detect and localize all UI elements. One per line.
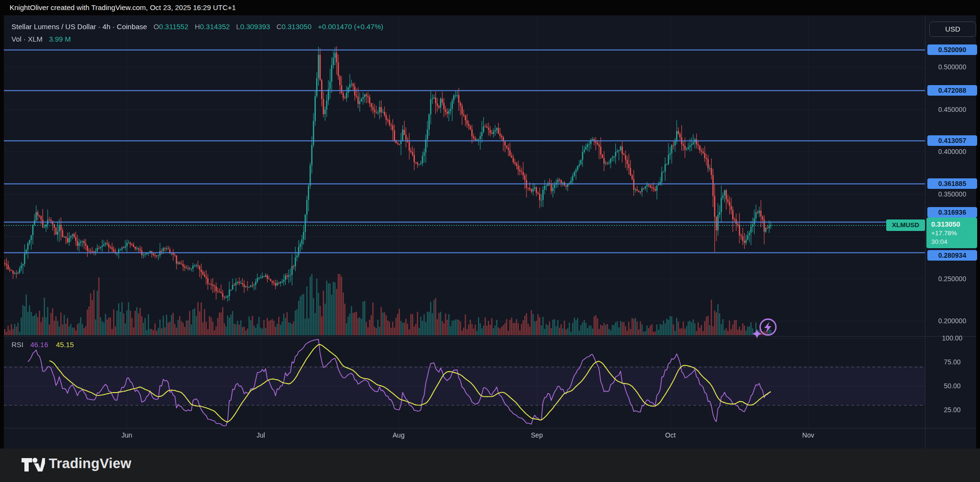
rsi-tick-label: 50.00 xyxy=(927,382,977,390)
time-axis-month-label: Oct xyxy=(660,431,681,439)
rsi-label: RSI xyxy=(11,340,23,349)
current-price: 0.313050 xyxy=(931,219,977,229)
time-axis-month-label: Jun xyxy=(116,431,137,439)
current-price-label: 0.313050 +17.78% 30:04 xyxy=(926,218,977,248)
alert-level-label: 0.280934 xyxy=(927,250,977,261)
currency-toggle-button[interactable]: USD xyxy=(929,22,976,37)
tradingview-logo-icon[interactable] xyxy=(21,456,45,475)
attribution-bar: KnightOliver created with TradingView.co… xyxy=(0,0,980,15)
high-value: 0.314352 xyxy=(200,22,230,31)
price-tick-label: 0.350000 xyxy=(927,190,977,198)
rsi-value: 46.16 xyxy=(30,340,48,349)
time-axis-month-label: Jul xyxy=(250,431,271,439)
symbol-title: Stellar Lumens / US Dollar · 4h · Coinba… xyxy=(11,22,147,31)
rsi-legend[interactable]: RSI 46.16 45.15 xyxy=(11,340,74,349)
price-tick-label: 0.200000 xyxy=(927,317,977,325)
volume-legend[interactable]: Vol · XLM 3.99 M xyxy=(11,35,71,43)
close-value: 0.313050 xyxy=(281,22,312,31)
alert-level-label: 0.520090 xyxy=(927,44,977,55)
time-axis-month-label: Sep xyxy=(526,431,547,439)
rsi-tick-label: 25.00 xyxy=(927,405,977,414)
change-value: +0.001470 (+0.47%) xyxy=(318,22,383,31)
alert-level-label: 0.472088 xyxy=(927,85,977,96)
close-label: C xyxy=(277,22,282,31)
low-value: 0.309393 xyxy=(240,22,270,31)
flash-boost-icon[interactable] xyxy=(750,313,785,342)
price-tick-label: 0.250000 xyxy=(927,274,977,283)
chart-canvas[interactable] xyxy=(0,0,980,482)
volume-label: Vol · XLM xyxy=(11,35,43,43)
open-label: O xyxy=(154,22,159,31)
alert-level-label: 0.316936 xyxy=(927,207,977,218)
volume-value: 3.99 M xyxy=(49,35,71,43)
symbol-legend[interactable]: Stellar Lumens / US Dollar · 4h · Coinba… xyxy=(11,22,383,31)
alert-level-label: 0.413057 xyxy=(927,135,977,146)
attribution-text: KnightOliver created with TradingView.co… xyxy=(10,3,236,11)
footer-bar: TradingView xyxy=(0,449,980,482)
alert-level-label: 0.361885 xyxy=(927,178,977,189)
price-tick-label: 0.500000 xyxy=(927,63,977,71)
price-tick-label: 0.450000 xyxy=(927,105,977,114)
lightning-bolt-icon xyxy=(764,322,771,333)
time-axis-month-label: Aug xyxy=(388,431,409,439)
rsi-tick-label: 75.00 xyxy=(927,358,977,366)
tradingview-chart-widget: KnightOliver created with TradingView.co… xyxy=(0,0,980,482)
symbol-price-tag: XLMUSD xyxy=(886,219,925,231)
tradingview-brand-text[interactable]: TradingView xyxy=(49,456,132,471)
bar-countdown: 30:04 xyxy=(931,238,977,246)
low-label: L xyxy=(236,22,240,31)
open-value: 0.311552 xyxy=(159,22,188,31)
rsi-ma-value: 45.15 xyxy=(56,340,74,349)
high-label: H xyxy=(195,22,200,31)
rsi-tick-label: 100.00 xyxy=(927,334,977,342)
price-tick-label: 0.400000 xyxy=(927,147,977,156)
current-change-pct: +17.78% xyxy=(931,229,977,238)
time-axis-month-label: Nov xyxy=(798,431,819,439)
